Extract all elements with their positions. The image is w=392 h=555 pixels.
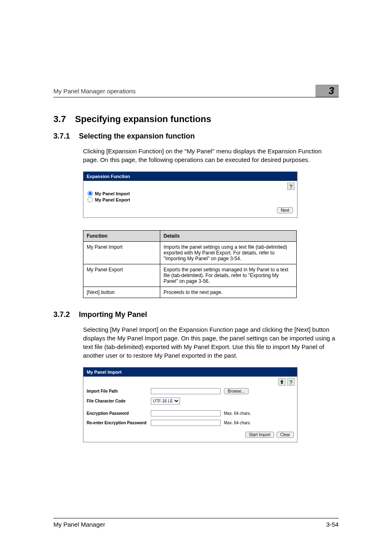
table-cell-detail: Imports the panel settings using a text … bbox=[160, 242, 297, 264]
subsection-title: Importing My Panel bbox=[79, 310, 147, 319]
hint-max-chars: Max. 64 chars. bbox=[224, 411, 251, 416]
section-number: 3.7 bbox=[53, 114, 66, 125]
label-import-file-path: Import File Path bbox=[87, 389, 148, 393]
footer-title: My Panel Manager bbox=[53, 521, 105, 528]
table-row: [Next] button Proceeds to the next page. bbox=[83, 287, 297, 298]
table-cell-function: [Next] button bbox=[83, 287, 160, 298]
table-row: My Panel Export Exports the panel settin… bbox=[83, 264, 297, 287]
table-header-function: Function bbox=[83, 231, 160, 242]
label-reenter-password: Re-enter Encryption Password bbox=[87, 421, 148, 425]
my-panel-import-screenshot: My Panel Import ? Import File Path Brows… bbox=[83, 367, 297, 442]
subsection-number: 3.7.1 bbox=[53, 132, 70, 141]
function-details-table: Function Details My Panel Import Imports… bbox=[83, 230, 297, 298]
clear-button[interactable]: Clear bbox=[277, 432, 294, 438]
radio-export-label: My Panel Export bbox=[95, 197, 130, 202]
browse-button[interactable]: Browse... bbox=[224, 388, 249, 394]
go-up-icon[interactable] bbox=[278, 378, 286, 386]
chapter-number-badge: 3 bbox=[316, 85, 339, 97]
footer-page-number: 3-54 bbox=[326, 521, 339, 528]
label-encryption-password: Encryption Password bbox=[87, 411, 148, 416]
paragraph-2: Selecting [My Panel Import] on the Expan… bbox=[83, 325, 339, 360]
help-icon[interactable]: ? bbox=[287, 183, 295, 190]
label-file-character-code: File Character Code bbox=[87, 399, 148, 403]
encryption-password-input[interactable] bbox=[151, 410, 221, 416]
import-file-path-input[interactable] bbox=[151, 388, 221, 394]
section-heading: 3.7 Specifying expansion functions bbox=[53, 114, 339, 125]
panel-header: Expansion Function bbox=[83, 172, 297, 181]
expansion-function-screenshot: Expansion Function ? My Panel Import My … bbox=[83, 171, 297, 218]
paragraph-1: Clicking [Expansion Function] on the "My… bbox=[83, 147, 339, 164]
radio-option-import[interactable]: My Panel Import bbox=[88, 191, 293, 196]
table-cell-function: My Panel Import bbox=[83, 242, 160, 264]
running-header: My Panel Manager operations 3 bbox=[53, 82, 339, 97]
page-footer: My Panel Manager 3-54 bbox=[53, 518, 339, 528]
table-cell-function: My Panel Export bbox=[83, 264, 160, 287]
table-cell-detail: Exports the panel settings managed in My… bbox=[160, 264, 297, 287]
section-title: Specifying expansion functions bbox=[75, 114, 211, 125]
table-header-details: Details bbox=[160, 231, 297, 242]
running-header-text: My Panel Manager operations bbox=[53, 88, 136, 95]
reenter-password-input[interactable] bbox=[151, 420, 221, 426]
hint-max-chars: Max. 64 chars. bbox=[224, 421, 251, 425]
start-import-button[interactable]: Start Import bbox=[245, 432, 274, 438]
table-row: My Panel Import Imports the panel settin… bbox=[83, 242, 297, 264]
subsection-heading: 3.7.2 Importing My Panel bbox=[53, 310, 339, 319]
subsection-number: 3.7.2 bbox=[53, 310, 70, 319]
next-button[interactable]: Next bbox=[277, 207, 293, 213]
table-cell-detail: Proceeds to the next page. bbox=[160, 287, 297, 298]
radio-import[interactable] bbox=[88, 191, 93, 196]
radio-export[interactable] bbox=[88, 197, 93, 202]
radio-import-label: My Panel Import bbox=[95, 191, 130, 196]
help-icon[interactable]: ? bbox=[287, 378, 295, 386]
radio-option-export[interactable]: My Panel Export bbox=[88, 197, 293, 202]
panel-header: My Panel Import bbox=[83, 368, 297, 377]
subsection-heading: 3.7.1 Selecting the expansion function bbox=[53, 132, 339, 141]
subsection-title: Selecting the expansion function bbox=[79, 132, 195, 141]
file-character-code-select[interactable]: UTF-16 LE bbox=[151, 398, 180, 405]
